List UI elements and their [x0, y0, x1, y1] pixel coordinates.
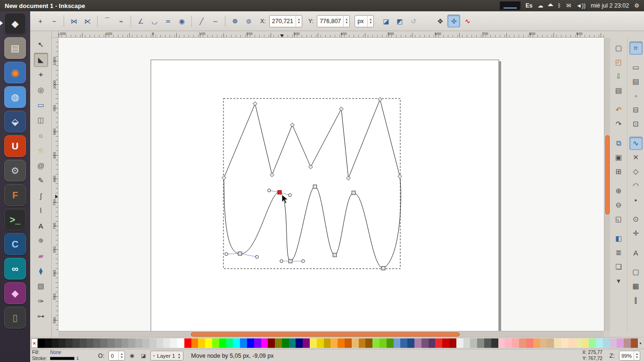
session-gear-icon[interactable]: ⚙: [634, 3, 639, 8]
vertical-ruler[interactable]: 1050 1000 950 900 850 800 750 700 650 60…: [52, 38, 58, 331]
snap-grids-button[interactable]: ▦: [629, 280, 643, 293]
launcher-inkscape[interactable]: ◆: [4, 13, 26, 34]
edit-mask-button[interactable]: ◩: [393, 15, 406, 27]
snap-bbox-edges-button[interactable]: ▤: [629, 75, 643, 88]
palette-swatch[interactable]: [470, 338, 477, 348]
spinner-arrows[interactable]: ▲▼: [367, 16, 373, 27]
show-handles-toggle[interactable]: ✣: [447, 15, 460, 27]
snap-nodes-button[interactable]: ∿: [629, 137, 643, 150]
palette-swatch[interactable]: [191, 338, 198, 348]
zoom-page-button[interactable]: ◱: [612, 213, 625, 226]
palette-swatch[interactable]: [122, 338, 129, 348]
text-tool[interactable]: A: [34, 219, 48, 233]
x-coordinate-input[interactable]: 270,721 ▲▼: [269, 15, 302, 27]
new-document-button[interactable]: ▢: [612, 41, 625, 55]
horizontal-ruler[interactable]: -200 -100 0 100 200 300 400 500 600 700 …: [58, 31, 604, 38]
palette-swatch[interactable]: [324, 338, 331, 348]
palette-swatch[interactable]: [631, 338, 638, 348]
palette-swatch[interactable]: [100, 338, 107, 348]
palette-swatch[interactable]: [233, 338, 240, 348]
launcher-firefox[interactable]: ◉: [4, 62, 26, 83]
zoom-in-button[interactable]: ⊕: [612, 184, 625, 197]
selector-tool[interactable]: ↖: [34, 38, 48, 52]
palette-swatch[interactable]: [540, 338, 547, 348]
spinner-arrows[interactable]: ▲▼: [118, 351, 124, 360]
stroke-to-path-button[interactable]: ⊚: [242, 15, 255, 27]
launcher-chromium[interactable]: ◍: [4, 86, 26, 108]
gradient-tool[interactable]: ▧: [34, 279, 48, 293]
palette-swatch[interactable]: [128, 338, 135, 348]
group-button[interactable]: ❏: [612, 260, 625, 273]
palette-swatch[interactable]: [463, 338, 471, 348]
snap-toggle[interactable]: ⌗: [629, 41, 643, 55]
spinner-arrows[interactable]: ▲▼: [343, 16, 349, 27]
connector-tool[interactable]: ⊶: [34, 309, 48, 323]
palette-swatch[interactable]: [394, 338, 401, 348]
opacity-input[interactable]: 0 ▲▼: [108, 351, 125, 361]
palette-swatch[interactable]: [380, 338, 387, 348]
volume-icon[interactable]: ◄)): [576, 3, 586, 8]
next-path-effect-button[interactable]: ↺: [407, 15, 420, 27]
snap-cusp-nodes-button[interactable]: ◇: [629, 165, 643, 178]
snap-path-intersections-button[interactable]: ✕: [629, 151, 643, 164]
launcher-libreoffice[interactable]: ⬙: [4, 111, 26, 132]
box3d-tool[interactable]: ◫: [34, 113, 48, 127]
print-button[interactable]: ▤: [612, 84, 625, 97]
palette-swatch[interactable]: [275, 338, 282, 348]
palette-swatch[interactable]: [554, 338, 561, 348]
zoom-out-button[interactable]: ⊖: [612, 198, 625, 212]
palette-swatch[interactable]: [477, 338, 484, 348]
palette-swatch[interactable]: [38, 338, 45, 348]
launcher-system-settings[interactable]: ⚙: [4, 160, 26, 181]
join-nodes-button[interactable]: ⋈: [67, 15, 80, 27]
node-corner-button[interactable]: ∠: [134, 15, 147, 27]
node-symmetric-button[interactable]: ≍: [162, 15, 174, 27]
palette-swatch[interactable]: [73, 338, 80, 348]
palette-swatch[interactable]: [372, 338, 380, 348]
palette-swatch[interactable]: [296, 338, 303, 348]
wifi-icon[interactable]: ◥: [547, 2, 554, 9]
join-with-segment-button[interactable]: ⌒: [101, 15, 114, 27]
palette-swatch[interactable]: [442, 338, 449, 348]
spray-tool[interactable]: ✵: [34, 234, 48, 248]
fill-stroke-indicator[interactable]: Fill: None Stroke: 1: [32, 350, 94, 362]
vertical-scrollbar-thumb[interactable]: [605, 135, 610, 214]
palette-swatch[interactable]: [45, 338, 52, 348]
spinner-arrows[interactable]: ▲▼: [634, 351, 640, 360]
palette-swatch[interactable]: [359, 338, 366, 348]
palette-swatch[interactable]: [142, 338, 149, 348]
bluetooth-icon[interactable]: ᛒ: [558, 3, 561, 8]
palette-swatch[interactable]: [177, 338, 184, 348]
palette-swatch[interactable]: [610, 338, 617, 348]
horizontal-scrollbar-thumb[interactable]: [191, 332, 460, 337]
open-document-button[interactable]: ◰: [612, 56, 625, 69]
palette-swatch[interactable]: [247, 338, 254, 348]
launcher-media-purple[interactable]: ◆: [4, 282, 26, 304]
palette-swatch[interactable]: [407, 338, 414, 348]
spiral-tool[interactable]: @: [34, 158, 48, 173]
eraser-tool[interactable]: ▰: [34, 249, 48, 263]
palette-swatch[interactable]: [115, 338, 122, 348]
copy-button[interactable]: ⧉: [612, 137, 625, 150]
keyboard-layout-indicator[interactable]: Es: [526, 3, 533, 8]
layer-lock-icon[interactable]: ◪: [139, 352, 148, 360]
undo-button[interactable]: ↶: [612, 103, 625, 116]
palette-swatch[interactable]: [330, 338, 338, 348]
star-tool[interactable]: ☆: [34, 143, 48, 157]
palette-swatch[interactable]: [212, 338, 219, 348]
palette-swatch[interactable]: [149, 338, 157, 348]
snap-rotation-centers-button[interactable]: ✛: [629, 227, 643, 240]
palette-swatch[interactable]: [282, 338, 289, 348]
palette-swatch[interactable]: [93, 338, 100, 348]
node-tool[interactable]: ◣: [34, 53, 48, 67]
palette-swatch[interactable]: [58, 338, 66, 348]
palette-swatch[interactable]: [449, 338, 456, 348]
palette-swatch[interactable]: [261, 338, 268, 348]
palette-swatch[interactable]: [80, 338, 87, 348]
palette-swatch[interactable]: [519, 338, 526, 348]
palette-swatch[interactable]: [533, 338, 540, 348]
dropper-tool[interactable]: ✑: [34, 294, 48, 308]
launcher-arduino[interactable]: ∞: [4, 258, 26, 280]
delete-segment-button[interactable]: ⌁: [115, 15, 127, 27]
palette-swatch[interactable]: [303, 338, 310, 348]
